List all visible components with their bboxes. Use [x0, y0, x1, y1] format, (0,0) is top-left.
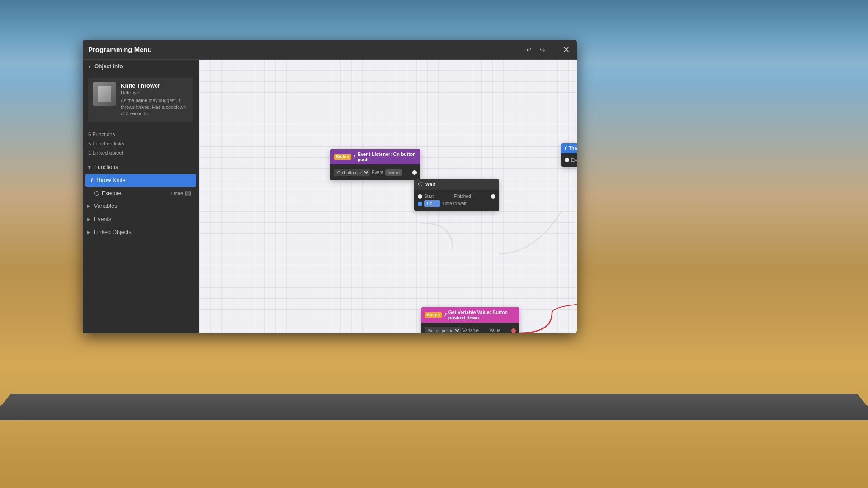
- functions-chevron: ▼: [87, 165, 92, 170]
- event-listener-header: Button f Event Listener: On button push: [330, 149, 420, 164]
- titlebar: Programming Menu ↩ ↪ ✕: [83, 40, 577, 60]
- throw-knife-body: Execute Done: [561, 153, 577, 167]
- var-variable-label: Variable: [462, 328, 479, 333]
- throw-knife-header: f Throw Knife: [561, 143, 577, 153]
- wait-clock-icon: ⏱: [418, 181, 423, 188]
- wait-start-row: Start Finished: [418, 194, 495, 199]
- stat-function-links: 5 Function links: [88, 139, 193, 149]
- get-var-header: Button f Get Variable Value: Button push…: [421, 307, 519, 323]
- function-f-icon: f: [91, 177, 93, 183]
- functions-label: Functions: [94, 164, 118, 170]
- object-name: Knife Thrower: [121, 82, 189, 89]
- function-item-throw-knife[interactable]: f Throw Knife: [85, 174, 196, 187]
- linked-objects-label: Linked Objects: [94, 229, 132, 235]
- variables-section[interactable]: ▶ Variables: [83, 200, 199, 212]
- invoke-button[interactable]: Invoke: [385, 169, 403, 176]
- linked-objects-chevron: ▶: [87, 230, 90, 235]
- object-description: As the name may suggest, it throws knive…: [121, 97, 189, 117]
- wait-header: ⏱ Wait: [414, 179, 499, 190]
- object-info-label: Object Info: [94, 63, 123, 70]
- node-event-listener[interactable]: Button f Event Listener: On button push …: [330, 149, 420, 180]
- event-select[interactable]: On button push: [334, 169, 370, 176]
- wait-start-in-port: [418, 194, 422, 199]
- throw-knife-title: Throw Knife: [569, 145, 577, 151]
- programming-menu-window: Programming Menu ↩ ↪ ✕ ▼ Object Info: [83, 40, 577, 333]
- stat-functions: 6 Functions: [88, 130, 193, 139]
- variables-label: Variables: [94, 203, 117, 209]
- function-sub-left: Execute: [94, 190, 121, 197]
- linked-objects-section[interactable]: ▶ Linked Objects: [83, 226, 199, 239]
- get-var-body: Button pushed d Variable Value: [421, 323, 519, 333]
- redo-button[interactable]: ↪: [538, 45, 547, 55]
- get-var-title: Get Variable Value: Button pushed down: [448, 310, 516, 320]
- events-section[interactable]: ▶ Events: [83, 213, 199, 225]
- canvas-grid: [199, 60, 577, 333]
- event-label: Event: [372, 170, 383, 175]
- throw-execute-row: Execute Done: [565, 157, 577, 163]
- object-stats: 6 Functions 5 Function links 1 Linked ob…: [83, 126, 199, 161]
- event-f-icon: f: [354, 154, 355, 160]
- stat-linked-object: 1 Linked object: [88, 148, 193, 158]
- done-label: Done: [171, 191, 183, 196]
- node-wait[interactable]: ⏱ Wait Start Finished Time to wait: [414, 179, 499, 211]
- getvar-f-icon: f: [444, 312, 446, 318]
- wait-time-label: Time to wait: [442, 201, 467, 206]
- events-chevron: ▶: [87, 217, 90, 221]
- function-sub-right: Done: [171, 191, 191, 196]
- object-icon-shape: [98, 86, 111, 102]
- var-value-label: Value: [490, 328, 501, 333]
- event-listener-row: On button push Event Invoke: [334, 169, 417, 176]
- events-label: Events: [94, 216, 111, 222]
- execute-label: Execute: [102, 190, 121, 197]
- object-details: Knife Thrower Defense As the name may su…: [121, 82, 189, 117]
- getvar-value-port: [511, 328, 516, 333]
- event-listener-title: Event Listener: On button push: [358, 151, 417, 162]
- undo-button[interactable]: ↩: [524, 45, 534, 55]
- object-icon: [93, 82, 116, 106]
- wait-body: Start Finished Time to wait: [414, 190, 499, 211]
- throw-f-icon: f: [565, 145, 566, 151]
- throw-execute-label: Execute: [571, 158, 577, 163]
- titlebar-controls: ↩ ↪ ✕: [524, 44, 571, 55]
- wait-time-in-port: [418, 202, 422, 206]
- execute-dot: [94, 191, 99, 196]
- object-info-card: Knife Thrower Defense As the name may su…: [88, 78, 193, 122]
- wait-time-input[interactable]: [424, 200, 440, 207]
- window-title: Programming Menu: [88, 46, 524, 53]
- node-throw-knife[interactable]: f Throw Knife Execute Done: [561, 143, 577, 167]
- close-button[interactable]: ✕: [561, 44, 571, 55]
- wait-time-row: Time to wait: [418, 200, 495, 207]
- getvar-button-badge: Button: [425, 312, 442, 318]
- titlebar-separator: [554, 45, 554, 55]
- window-body: ▼ Object Info Knife Thrower Defense As t…: [83, 60, 577, 333]
- canvas-area[interactable]: Button f Event Listener: On button push …: [199, 60, 577, 333]
- object-info-section-header[interactable]: ▼ Object Info: [83, 60, 199, 73]
- wait-start-label: Start: [424, 194, 434, 199]
- event-out-port: [412, 170, 417, 175]
- function-name: Throw Knife: [95, 177, 126, 183]
- wait-title: Wait: [425, 182, 435, 187]
- get-var-row: Button pushed d Variable Value: [425, 327, 516, 333]
- var-select[interactable]: Button pushed d: [425, 327, 461, 333]
- execute-checkbox[interactable]: [185, 191, 191, 196]
- functions-section-header[interactable]: ▼ Functions: [83, 161, 199, 173]
- wait-finished-label: Finished: [454, 194, 471, 199]
- function-sub-execute[interactable]: Execute Done: [85, 188, 196, 199]
- sidebar: ▼ Object Info Knife Thrower Defense As t…: [83, 60, 199, 333]
- variables-chevron: ▶: [87, 204, 90, 208]
- event-listener-body: On button push Event Invoke: [330, 164, 420, 180]
- object-info-chevron: ▼: [87, 64, 92, 69]
- object-info-panel: Knife Thrower Defense As the name may su…: [83, 73, 199, 126]
- event-button-badge: Button: [334, 154, 351, 160]
- throw-execute-in-port: [565, 158, 569, 162]
- wait-finished-out-port: [491, 194, 495, 199]
- object-category: Defense: [121, 90, 189, 95]
- node-get-variable[interactable]: Button f Get Variable Value: Button push…: [421, 307, 519, 333]
